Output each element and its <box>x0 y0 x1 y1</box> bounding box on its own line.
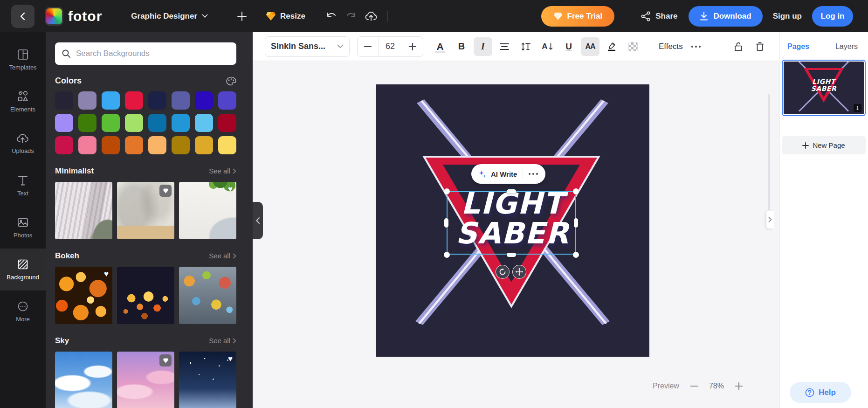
back-button[interactable] <box>11 5 34 28</box>
free-trial-button[interactable]: Free Trial <box>541 6 615 27</box>
share-button[interactable]: Share <box>641 11 677 21</box>
page-thumbnail[interactable]: LIGHT SABER 1 <box>782 60 866 116</box>
selection-handle-se[interactable] <box>573 252 579 258</box>
letter-spacing-button[interactable]: A <box>538 37 557 56</box>
doc-type-dropdown[interactable]: Graphic Designer <box>131 12 208 21</box>
font-size-decrease-button[interactable] <box>358 37 378 56</box>
heart-icon[interactable]: ♥ <box>228 185 233 193</box>
design-canvas[interactable]: LIGHT SABER AI Write <box>376 84 649 357</box>
sidebar-item-more[interactable]: More <box>0 290 46 332</box>
background-thumbnail[interactable]: ♥ <box>55 267 112 324</box>
background-thumbnail[interactable] <box>117 182 174 239</box>
help-button[interactable]: Help <box>790 382 851 403</box>
move-handle[interactable] <box>512 265 526 279</box>
sidebar-item-uploads[interactable]: Uploads <box>0 123 46 165</box>
font-family-select[interactable]: Sinkin Sans... <box>265 36 350 57</box>
color-swatch[interactable] <box>55 91 73 110</box>
search-input[interactable] <box>76 49 225 58</box>
color-swatch[interactable] <box>125 114 143 132</box>
selection-box[interactable] <box>447 191 576 255</box>
cloud-save-button[interactable] <box>365 11 377 21</box>
font-size-input[interactable] <box>378 37 402 56</box>
font-color-button[interactable]: A <box>431 37 449 56</box>
color-swatch[interactable] <box>172 136 190 154</box>
effects-button[interactable]: Effects <box>659 42 683 51</box>
background-thumbnail[interactable]: ♥ <box>179 352 236 408</box>
download-button[interactable]: Download <box>689 6 762 27</box>
selection-handle-s[interactable] <box>507 253 516 257</box>
resize-button[interactable]: Resize <box>266 12 305 21</box>
background-thumbnail[interactable] <box>179 267 236 324</box>
color-swatch[interactable] <box>78 114 96 132</box>
new-page-button[interactable]: New Page <box>782 136 866 154</box>
sidebar-item-elements[interactable]: Elements <box>0 81 46 123</box>
color-swatch[interactable] <box>195 91 213 110</box>
login-button[interactable]: Log in <box>812 6 853 27</box>
color-swatch[interactable] <box>55 114 73 132</box>
bold-button[interactable]: B <box>452 37 471 56</box>
text-case-button[interactable]: AA <box>581 37 599 56</box>
color-swatch[interactable] <box>102 136 120 154</box>
selection-handle-n[interactable] <box>507 189 516 194</box>
heart-icon[interactable]: ♥ <box>228 355 233 363</box>
sidebar-item-templates[interactable]: Templates <box>0 39 46 81</box>
see-all-link[interactable]: See all <box>209 337 236 345</box>
more-options-icon[interactable] <box>529 173 538 175</box>
color-swatch[interactable] <box>102 91 120 110</box>
background-thumbnail[interactable] <box>55 182 112 239</box>
tab-layers[interactable]: Layers <box>835 42 858 51</box>
color-swatch[interactable] <box>148 114 166 132</box>
more-options-icon[interactable] <box>691 46 701 48</box>
sidebar-item-text[interactable]: Text <box>0 165 46 207</box>
fotor-logo[interactable]: fotor <box>45 7 102 26</box>
tab-pages[interactable]: Pages <box>787 42 809 51</box>
font-size-increase-button[interactable] <box>402 37 423 56</box>
zoom-out-button[interactable] <box>690 385 698 387</box>
selection-handle-w[interactable] <box>444 218 448 228</box>
highlight-button[interactable] <box>602 37 621 56</box>
zoom-in-button[interactable] <box>735 382 743 390</box>
selection-handle-nw[interactable] <box>444 188 450 194</box>
background-thumbnail[interactable]: ♥ <box>179 182 236 239</box>
line-spacing-button[interactable] <box>517 37 535 56</box>
sidebar-item-photos[interactable]: Photos <box>0 207 46 249</box>
see-all-link[interactable]: See all <box>209 252 236 260</box>
color-swatch[interactable] <box>125 136 143 154</box>
selection-handle-ne[interactable] <box>573 188 579 194</box>
color-swatch[interactable] <box>218 114 236 132</box>
undo-button[interactable] <box>326 11 337 21</box>
color-swatch[interactable] <box>195 114 213 132</box>
signup-link[interactable]: Sign up <box>773 12 802 21</box>
color-swatch[interactable] <box>55 136 73 154</box>
underline-button[interactable]: U <box>559 37 578 56</box>
color-swatch[interactable] <box>195 136 213 154</box>
color-swatch[interactable] <box>172 91 190 110</box>
background-thumbnail[interactable] <box>117 352 174 408</box>
italic-button[interactable]: I <box>474 37 492 56</box>
panel-collapse-handle[interactable] <box>253 202 263 239</box>
redo-button[interactable] <box>345 11 357 21</box>
color-swatch[interactable] <box>102 114 120 132</box>
color-swatch[interactable] <box>172 114 190 132</box>
rotate-handle[interactable] <box>496 265 510 279</box>
see-all-link[interactable]: See all <box>209 167 236 175</box>
new-design-button[interactable] <box>237 11 247 21</box>
background-thumbnail[interactable] <box>55 352 112 408</box>
transparency-button[interactable] <box>624 37 642 56</box>
color-swatch[interactable] <box>218 136 236 154</box>
selection-handle-e[interactable] <box>574 218 578 228</box>
right-panel-collapse-handle[interactable] <box>766 211 774 228</box>
text-align-button[interactable] <box>495 37 514 56</box>
color-swatch[interactable] <box>148 136 166 154</box>
preview-button[interactable]: Preview <box>653 382 679 390</box>
color-swatch[interactable] <box>148 91 166 110</box>
selection-handle-sw[interactable] <box>444 252 450 258</box>
heart-icon[interactable]: ♥ <box>104 270 109 278</box>
color-palette-icon[interactable] <box>226 76 236 86</box>
color-swatch[interactable] <box>78 91 96 110</box>
sidebar-item-background[interactable]: Background <box>0 249 46 290</box>
background-thumbnail[interactable] <box>117 267 174 324</box>
workspace-scrollbar[interactable] <box>768 94 770 210</box>
color-swatch[interactable] <box>78 136 96 154</box>
color-swatch[interactable] <box>125 91 143 110</box>
